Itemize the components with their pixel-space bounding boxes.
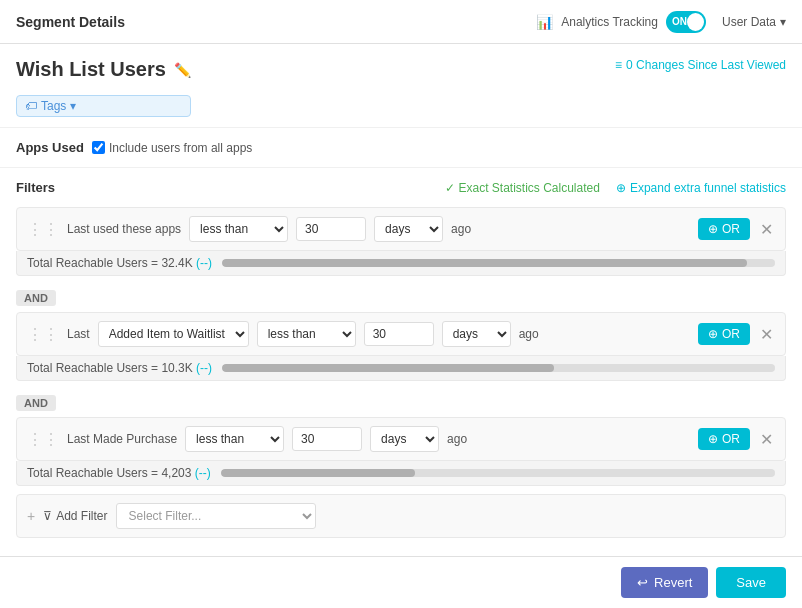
filter-condition-3[interactable]: less than greater than exactly	[185, 426, 284, 452]
segment-title-container: Wish List Users ✏️	[16, 58, 191, 81]
filter-unit-1[interactable]: days hours weeks	[374, 216, 443, 242]
main-content: Wish List Users ✏️ 🏷 Tags ▾ ≡ 0 Changes …	[0, 44, 802, 608]
user-data-button[interactable]: User Data ▾	[722, 15, 786, 29]
page-header-title: Segment Details	[16, 14, 125, 30]
stats-bar-2	[222, 364, 554, 372]
filter-value-1[interactable]	[296, 217, 366, 241]
or-label-3: OR	[722, 432, 740, 446]
save-button[interactable]: Save	[716, 567, 786, 598]
filters-header: Filters ✓ Exact Statistics Calculated ⊕ …	[16, 180, 786, 195]
include-all-apps-checkbox[interactable]	[92, 141, 105, 154]
and-connector-1: AND	[16, 284, 786, 312]
filter-group-3: ⋮⋮ Last Made Purchase less than greater …	[16, 417, 786, 486]
plus-icon-2: ⊕	[708, 327, 718, 341]
add-filter-text: Add Filter	[56, 509, 107, 523]
filters-title: Filters	[16, 180, 55, 195]
filter-row-2: ⋮⋮ Last Added Item to Waitlist Made Purc…	[16, 312, 786, 356]
toggle-knob	[687, 13, 704, 31]
filter-group-1: ⋮⋮ Last used these apps less than greate…	[16, 207, 786, 276]
filter-row-3: ⋮⋮ Last Made Purchase less than greater …	[16, 417, 786, 461]
funnel-icon: ⊽	[43, 509, 52, 523]
stats-link-2[interactable]: (--)	[196, 361, 212, 375]
user-data-label: User Data	[722, 15, 776, 29]
changes-link[interactable]: ≡ 0 Changes Since Last Viewed	[615, 58, 786, 72]
drag-handle-1[interactable]: ⋮⋮	[27, 220, 59, 239]
exact-stats-label: Exact Statistics Calculated	[459, 181, 600, 195]
remove-button-1[interactable]: ✕	[758, 218, 775, 241]
filter-row-1: ⋮⋮ Last used these apps less than greate…	[16, 207, 786, 251]
filter-value-2[interactable]	[364, 322, 434, 346]
changes-text: 0 Changes Since Last Viewed	[626, 58, 786, 72]
plus-icon-3: ⊕	[708, 432, 718, 446]
expand-stats-label: Expand extra funnel statistics	[630, 181, 786, 195]
edit-icon[interactable]: ✏️	[174, 62, 191, 78]
stats-bar-container-2	[222, 364, 775, 372]
add-filter-label: ⊽ Add Filter	[43, 509, 107, 523]
tags-chevron-icon: ▾	[70, 99, 76, 113]
remove-button-3[interactable]: ✕	[758, 428, 775, 451]
revert-label: Revert	[654, 575, 692, 590]
and-badge-2: AND	[16, 395, 56, 411]
filter-condition-1[interactable]: less than greater than exactly	[189, 216, 288, 242]
filters-meta: ✓ Exact Statistics Calculated ⊕ Expand e…	[445, 181, 787, 195]
add-filter-select[interactable]: Select Filter...	[116, 503, 316, 529]
stats-row-2: Total Reachable Users = 10.3K (--)	[16, 356, 786, 381]
apps-used-label: Apps Used	[16, 140, 84, 155]
filter-unit-2[interactable]: days hours weeks	[442, 321, 511, 347]
stats-bar-3	[221, 469, 415, 477]
filter-label-1: Last used these apps	[67, 222, 181, 236]
header: Segment Details 📊 Analytics Tracking ON …	[0, 0, 802, 44]
header-right: 📊 Analytics Tracking ON User Data ▾	[536, 11, 786, 33]
filter-condition-2[interactable]: less than greater than exactly	[257, 321, 356, 347]
add-filter-row: + ⊽ Add Filter Select Filter...	[16, 494, 786, 538]
or-button-3[interactable]: ⊕ OR	[698, 428, 750, 450]
drag-handle-2[interactable]: ⋮⋮	[27, 325, 59, 344]
or-button-2[interactable]: ⊕ OR	[698, 323, 750, 345]
stats-bar-container-1	[222, 259, 775, 267]
filter-value-3[interactable]	[292, 427, 362, 451]
revert-icon: ↩	[637, 575, 648, 590]
filter-group-2: ⋮⋮ Last Added Item to Waitlist Made Purc…	[16, 312, 786, 381]
stats-text-3: Total Reachable Users = 4,203 (--)	[27, 466, 211, 480]
stats-link-1[interactable]: (--)	[196, 256, 212, 270]
filter-unit-3[interactable]: days hours weeks	[370, 426, 439, 452]
analytics-toggle[interactable]: ON	[666, 11, 706, 33]
filter-ago-2: ago	[519, 327, 539, 341]
stats-link-3[interactable]: (--)	[195, 466, 211, 480]
list-icon: ≡	[615, 58, 622, 72]
filter-event-2[interactable]: Added Item to Waitlist Made Purchase	[98, 321, 249, 347]
expand-stats-button[interactable]: ⊕ Expand extra funnel statistics	[616, 181, 786, 195]
drag-handle-3[interactable]: ⋮⋮	[27, 430, 59, 449]
title-area: Wish List Users ✏️ 🏷 Tags ▾ ≡ 0 Changes …	[0, 44, 802, 128]
or-button-1[interactable]: ⊕ OR	[698, 218, 750, 240]
or-label-1: OR	[722, 222, 740, 236]
analytics-label: Analytics Tracking	[561, 15, 658, 29]
checkmark-icon: ✓	[445, 181, 455, 195]
plus-icon-1: ⊕	[708, 222, 718, 236]
apps-used-section: Apps Used Include users from all apps	[0, 128, 802, 168]
filter-ago-1: ago	[451, 222, 471, 236]
stats-bar-1	[222, 259, 747, 267]
tags-label: Tags	[41, 99, 66, 113]
revert-button[interactable]: ↩ Revert	[621, 567, 708, 598]
include-all-apps-label[interactable]: Include users from all apps	[92, 141, 252, 155]
filters-section: Filters ✓ Exact Statistics Calculated ⊕ …	[0, 168, 802, 538]
stats-text-2: Total Reachable Users = 10.3K (--)	[27, 361, 212, 375]
stats-row-3: Total Reachable Users = 4,203 (--)	[16, 461, 786, 486]
plus-icon-add: +	[27, 508, 35, 524]
stats-bar-container-3	[221, 469, 775, 477]
tag-icon: 🏷	[25, 99, 37, 113]
stats-row-1: Total Reachable Users = 32.4K (--)	[16, 251, 786, 276]
chevron-down-icon: ▾	[780, 15, 786, 29]
or-label-2: OR	[722, 327, 740, 341]
and-connector-2: AND	[16, 389, 786, 417]
remove-button-2[interactable]: ✕	[758, 323, 775, 346]
stats-text-1: Total Reachable Users = 32.4K (--)	[27, 256, 212, 270]
chart-icon: 📊	[536, 14, 553, 30]
tags-button[interactable]: 🏷 Tags ▾	[16, 95, 191, 117]
analytics-tracking: 📊 Analytics Tracking ON	[536, 11, 706, 33]
toggle-on-label: ON	[672, 16, 687, 27]
footer: ↩ Revert Save	[0, 556, 802, 608]
filter-label-3: Last Made Purchase	[67, 432, 177, 446]
filter-ago-3: ago	[447, 432, 467, 446]
